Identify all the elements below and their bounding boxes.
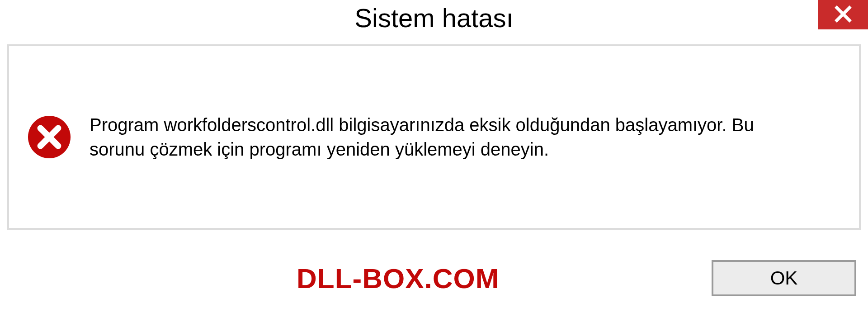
error-circle-x-icon [27, 115, 71, 159]
watermark-text: DLL-BOX.COM [297, 262, 499, 294]
dialog-title: Sistem hatası [354, 3, 513, 33]
ok-button-label: OK [770, 267, 798, 289]
ok-button[interactable]: OK [712, 260, 856, 296]
titlebar: Sistem hatası [0, 0, 868, 41]
close-button[interactable] [818, 0, 868, 29]
close-icon [834, 5, 852, 24]
error-content-box: Program workfolderscontrol.dll bilgisaya… [7, 44, 861, 230]
dialog-footer: DLL-BOX.COM OK [0, 230, 868, 313]
error-message: Program workfolderscontrol.dll bilgisaya… [90, 113, 813, 161]
